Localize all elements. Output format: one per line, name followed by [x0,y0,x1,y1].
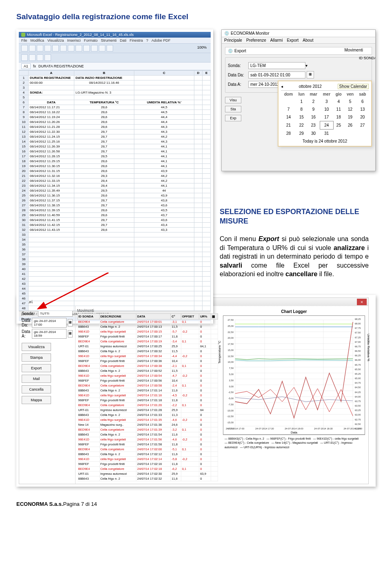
sonda-select[interactable]: LG-TEM [248,62,305,69]
menu-item[interactable]: Finestra [129,38,143,42]
col-header[interactable] [19,71,29,76]
visualizza-button[interactable]: Visualizza [22,343,51,351]
menu-bar[interactable]: FileModificaVisualizzaInserisciFormatoSt… [19,38,211,44]
menu-item[interactable]: Formato [84,38,98,42]
mail-button[interactable]: Mail [22,375,51,383]
side-button[interactable]: Sta [225,106,241,112]
toolbar-button[interactable] [60,45,67,51]
zoom-value[interactable]: 100% [196,45,208,51]
toolbar-2[interactable] [19,53,211,63]
toolbar-button[interactable] [45,45,51,51]
side-button[interactable]: Visu [225,97,241,103]
toolbar-button[interactable] [99,45,105,51]
menu-item[interactable]: Modifica [31,38,45,42]
calendar-day[interactable]: 21 [281,121,296,130]
calendar-day[interactable]: 14 [281,113,296,121]
movimenti-table[interactable]: ID SONDADESCRIZIONEDATAC°OFFSETUR%▦BED9E… [77,313,218,481]
toolbar-button[interactable] [29,45,36,51]
calendar-day[interactable]: 5 [344,98,356,105]
calendar-today[interactable]: Today is 24 ottobre 2012 [281,137,369,143]
calendar-day[interactable]: 22 [296,121,307,130]
calendar-day[interactable]: 23 [307,121,320,130]
stampa-button[interactable]: Stampa [22,353,51,362]
calendar-day[interactable]: 28 [281,130,296,138]
menu-item[interactable]: Strumenti [101,38,117,42]
mappa-button[interactable]: Mappa [22,396,51,404]
date-picker-icon[interactable]: ▦ [307,71,314,78]
side-button[interactable]: Exp [225,115,241,121]
menu-item[interactable]: Inserisci [67,38,80,42]
toolbar-button[interactable] [37,45,43,51]
calendar-day[interactable]: 6 [356,98,369,105]
calendar-day[interactable]: 26 [344,121,356,130]
col-header[interactable]: B [74,71,134,76]
calendar-day[interactable]: 7 [281,105,296,113]
calendar-day[interactable]: 8 [296,105,307,113]
calendar-day[interactable]: 10 [320,105,333,113]
calendar-day[interactable]: 27 [356,121,369,130]
data-da-input[interactable]: gio 24-07-2014 17:00 [32,318,67,328]
calendar-day[interactable]: 9 [307,105,320,113]
toolbar-button[interactable] [37,54,43,61]
formula-bar[interactable]: A1 fx DURATA REGISTRAZIONE [19,63,211,70]
date-picker-icon[interactable]: ▦ [68,319,73,326]
toolbar-button[interactable] [76,45,82,51]
menu-item[interactable]: ? [146,38,148,42]
calendar-day[interactable]: 2 [307,98,320,105]
calendar-day[interactable]: 24 [320,121,333,130]
menu-item[interactable]: Preferenze [246,38,266,42]
prev-month-icon[interactable]: ◂ [281,84,283,89]
menu-item[interactable]: Adobe PDF [151,38,171,42]
calendar-day[interactable] [281,98,296,105]
calendar-day[interactable]: 25 [333,121,344,130]
toolbar-button[interactable] [29,54,36,61]
calendar-day[interactable]: 20 [356,113,369,121]
calendar-day[interactable]: 16 [307,113,320,121]
calendar-day[interactable]: 1 [296,98,307,105]
toolbar-button[interactable] [91,45,98,51]
calendar-popup[interactable]: ◂ ottobre 2012 Show Calendar domlunmarme… [278,80,372,147]
toolbar-button[interactable] [21,45,28,51]
toolbar-button[interactable] [52,45,59,51]
col-header[interactable]: C [134,71,194,76]
toolbar-button[interactable] [83,45,90,51]
date-picker-icon[interactable]: ▦ [68,330,73,337]
calendar-day[interactable]: 18 [333,113,344,121]
menu-item[interactable]: Allarmi [270,38,283,42]
calendar-day[interactable]: 3 [320,98,333,105]
toolbar-button[interactable] [45,54,51,61]
calendar-day[interactable] [344,130,356,138]
calendar-day[interactable]: 15 [296,113,307,121]
export-button[interactable]: Export [22,364,51,372]
calendar-day[interactable]: 19 [344,113,356,121]
sonda-select[interactable]: TUTTI [38,311,73,317]
menu-item[interactable]: Visualizza [47,38,64,42]
dropdown-icon[interactable]: ▾ [305,63,307,68]
menu-item[interactable]: Principale [224,38,242,42]
col-header[interactable]: A [29,71,74,76]
calendar-day[interactable]: 12 [344,105,356,113]
calendar-day[interactable]: 29 [296,130,307,138]
toolbar-button[interactable] [68,45,74,51]
monitor-menu[interactable]: PrincipalePreferenzeAllarmiExportAbout [222,37,375,44]
calendar-day[interactable]: 17 [320,113,333,121]
toolbar[interactable]: 100% [19,44,211,53]
data-da-input[interactable]: sab 01-09-2012 01:00 [248,72,305,78]
menu-item[interactable]: File [21,38,27,42]
calendar-grid[interactable]: domlunmarmergiovensab1234567891011121314… [281,91,369,137]
calendar-day[interactable] [356,130,369,138]
calendar-day[interactable]: 31 [320,130,333,138]
toolbar-button[interactable] [21,54,28,61]
chart-area[interactable]: Temperatura °C Umidita Relativa % [223,315,365,435]
cell-ref[interactable]: A1 [21,63,31,69]
calendar-day[interactable]: 11 [333,105,344,113]
col-header[interactable]: E [203,71,211,76]
calendar-day[interactable]: 4 [333,98,344,105]
data-a-input[interactable]: gio 24-07-2014 18:59 [32,329,67,339]
col-header[interactable]: D [194,71,203,76]
toolbar-button[interactable] [107,45,113,51]
menu-item[interactable]: Export [287,38,298,42]
cancella-button[interactable]: Cancella [22,385,51,393]
menu-item[interactable]: About [303,38,313,42]
calendar-day[interactable]: 13 [356,105,369,113]
